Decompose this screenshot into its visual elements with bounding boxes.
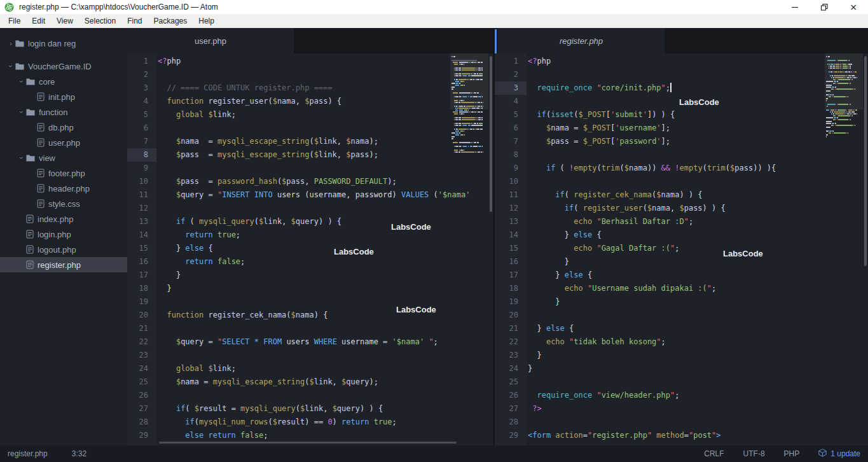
line-number[interactable]: 19 bbox=[127, 295, 156, 309]
code-line[interactable]: $nama = mysqli_escape_string($link, $nam… bbox=[156, 135, 493, 148]
code-line[interactable]: else return false; bbox=[156, 429, 493, 442]
sidebar-item-user-php[interactable]: user.php bbox=[0, 135, 127, 150]
line-number[interactable]: 13 bbox=[127, 215, 156, 228]
line-number[interactable]: 14 bbox=[127, 228, 156, 242]
code-line[interactable] bbox=[156, 68, 493, 81]
tab-register-php[interactable]: register.php bbox=[498, 28, 665, 53]
menu-item-view[interactable]: View bbox=[51, 14, 79, 28]
code-line[interactable]: } bbox=[527, 349, 868, 362]
code-line[interactable]: function register_cek_nama($nama) { bbox=[156, 309, 493, 322]
line-number[interactable]: 19 bbox=[495, 295, 527, 309]
code-line[interactable] bbox=[156, 349, 493, 362]
menu-item-packages[interactable]: Packages bbox=[148, 14, 193, 28]
line-number[interactable]: 6 bbox=[495, 122, 527, 135]
line-number[interactable]: 27 bbox=[495, 402, 527, 416]
line-number[interactable]: 29 bbox=[495, 429, 527, 442]
code-area[interactable]: <?php require_once "core/init.php"; if(i… bbox=[527, 55, 868, 445]
sidebar-item-register-php[interactable]: register.php bbox=[0, 257, 127, 272]
code-line[interactable] bbox=[156, 202, 493, 215]
line-number[interactable]: 23 bbox=[127, 349, 156, 362]
line-number[interactable]: 8 bbox=[127, 148, 156, 162]
line-number[interactable]: 2 bbox=[127, 68, 156, 81]
line-number[interactable]: 3 bbox=[495, 81, 527, 95]
sidebar-item-init-php[interactable]: init.php bbox=[0, 89, 127, 104]
code-line[interactable] bbox=[527, 375, 868, 389]
code-line[interactable]: } bbox=[527, 255, 868, 269]
line-number[interactable]: 17 bbox=[127, 269, 156, 282]
line-number[interactable]: 4 bbox=[127, 95, 156, 108]
right-editor[interactable]: 1234567891011121314151617181920212223242… bbox=[495, 53, 868, 445]
code-line[interactable]: require_once "view/header.php"; bbox=[527, 389, 868, 402]
code-line[interactable]: if ( !empty(trim($nama)) && !empty(trim(… bbox=[527, 162, 868, 175]
package-updates-button[interactable]: 1 update bbox=[818, 449, 860, 459]
code-line[interactable]: echo "tidak boleh kosong"; bbox=[527, 335, 868, 349]
line-number[interactable]: 7 bbox=[495, 135, 527, 148]
code-line[interactable]: $nama = $_POST['username']; bbox=[527, 122, 868, 135]
line-number[interactable]: 13 bbox=[495, 215, 527, 228]
code-line[interactable]: return false; bbox=[156, 255, 493, 269]
status-line-ending[interactable]: CRLF bbox=[704, 449, 724, 458]
tab-user-php[interactable]: user.php bbox=[127, 28, 294, 53]
line-number[interactable]: 18 bbox=[127, 282, 156, 295]
line-number[interactable]: 26 bbox=[495, 389, 527, 402]
code-line[interactable]: if( register_user($nama, $pass) ) { bbox=[527, 202, 868, 215]
line-number[interactable]: 9 bbox=[495, 162, 527, 175]
close-button[interactable]: × bbox=[839, 0, 868, 14]
code-line[interactable]: <?php bbox=[156, 55, 493, 68]
code-line[interactable]: if( $result = mysqli_query($link, $query… bbox=[156, 402, 493, 416]
line-number[interactable]: 4 bbox=[495, 95, 527, 108]
line-number[interactable]: 10 bbox=[495, 175, 527, 188]
sidebar-item-function[interactable]: ›function bbox=[0, 104, 127, 120]
line-number[interactable]: 21 bbox=[495, 322, 527, 335]
vertical-scrollbar[interactable] bbox=[864, 56, 867, 266]
restore-button[interactable] bbox=[809, 0, 839, 14]
line-number[interactable]: 25 bbox=[127, 375, 156, 389]
line-number[interactable]: 24 bbox=[127, 362, 156, 375]
code-line[interactable]: if(mysqli_num_rows($result) == 0) return… bbox=[156, 416, 493, 429]
minimap[interactable] bbox=[451, 56, 485, 155]
line-number[interactable]: 18 bbox=[495, 282, 527, 295]
line-number[interactable]: 2 bbox=[495, 68, 527, 81]
code-line[interactable]: } bbox=[156, 282, 493, 295]
sidebar-item-login-dan-reg[interactable]: ›login dan reg bbox=[0, 36, 127, 51]
horizontal-scrollbar[interactable] bbox=[159, 442, 457, 444]
line-number[interactable]: 16 bbox=[495, 255, 527, 269]
line-number[interactable]: 10 bbox=[127, 175, 156, 188]
status-encoding[interactable]: UTF-8 bbox=[743, 449, 765, 458]
code-line[interactable] bbox=[156, 122, 493, 135]
line-number[interactable]: 17 bbox=[495, 269, 527, 282]
code-line[interactable]: echo "Gagal Daftar :("; bbox=[527, 242, 868, 255]
code-line[interactable]: global $link; bbox=[156, 108, 493, 122]
code-line[interactable]: // ==== CODE UNTUK register.php ==== bbox=[156, 81, 493, 95]
code-line[interactable]: return true; bbox=[156, 228, 493, 242]
sidebar-item-logout-php[interactable]: logout.php bbox=[0, 242, 127, 257]
code-line[interactable]: } bbox=[527, 295, 868, 309]
code-line[interactable]: echo "Username sudah dipakai :("; bbox=[527, 282, 868, 295]
line-number[interactable]: 29 bbox=[127, 429, 156, 442]
status-cursor-position[interactable]: 3:32 bbox=[72, 449, 86, 458]
code-line[interactable]: $pass = $_POST['password']; bbox=[527, 135, 868, 148]
code-line[interactable]: } else { bbox=[527, 322, 868, 335]
line-number[interactable]: 21 bbox=[127, 322, 156, 335]
code-line[interactable] bbox=[527, 148, 868, 162]
line-number[interactable]: 16 bbox=[127, 255, 156, 269]
line-number[interactable]: 27 bbox=[127, 402, 156, 416]
sidebar-item-db-php[interactable]: db.php bbox=[0, 120, 127, 135]
line-number[interactable]: 1 bbox=[495, 55, 527, 68]
vertical-scrollbar[interactable] bbox=[490, 56, 492, 212]
code-line[interactable] bbox=[527, 68, 868, 81]
line-number[interactable]: 11 bbox=[127, 188, 156, 202]
menu-item-edit[interactable]: Edit bbox=[26, 14, 51, 28]
sidebar-item-header-php[interactable]: header.php bbox=[0, 181, 127, 196]
line-number[interactable]: 7 bbox=[127, 135, 156, 148]
line-number[interactable]: 5 bbox=[495, 108, 527, 122]
minimize-button[interactable] bbox=[780, 0, 809, 14]
code-line[interactable] bbox=[527, 416, 868, 429]
code-line[interactable]: $query = "SELECT * FROM users WHERE user… bbox=[156, 335, 493, 349]
code-line[interactable]: <form action="register.php" method="post… bbox=[527, 429, 868, 442]
line-number[interactable]: 24 bbox=[495, 362, 527, 375]
line-number[interactable]: 26 bbox=[127, 389, 156, 402]
code-line[interactable]: global $link; bbox=[156, 362, 493, 375]
minimap[interactable] bbox=[826, 56, 859, 138]
code-line[interactable] bbox=[156, 389, 493, 402]
